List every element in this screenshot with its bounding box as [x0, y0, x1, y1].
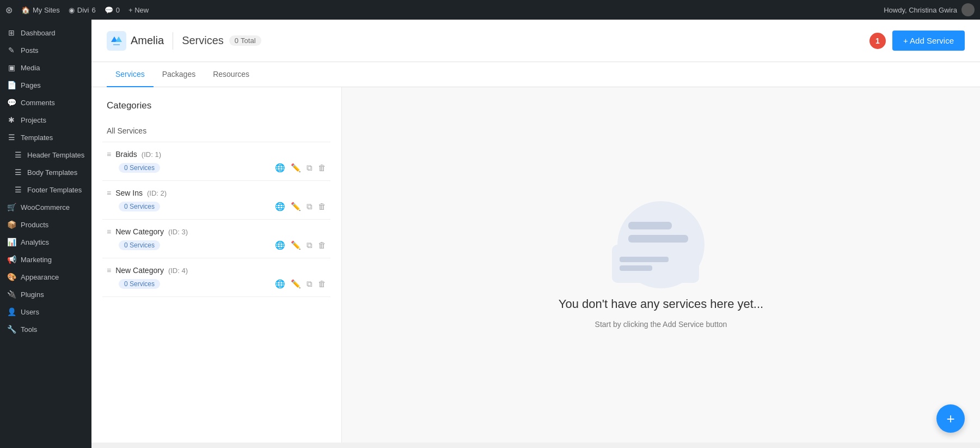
drag-handle-icon[interactable]: ≡	[107, 227, 111, 236]
empty-card	[612, 245, 699, 283]
category-name: New Category	[115, 227, 164, 236]
delete-icon[interactable]: 🗑	[318, 163, 326, 173]
category-header: ≡ Braids (ID: 1)	[107, 150, 326, 159]
amelia-logo: Amelia	[107, 31, 164, 51]
fab-button[interactable]: +	[936, 404, 965, 433]
category-name: Braids	[115, 150, 137, 159]
tools-icon: 🔧	[7, 325, 16, 334]
globe-icon[interactable]: 🌐	[275, 279, 285, 289]
category-footer: 0 Services 🌐 ✏️ ⧉ 🗑	[107, 163, 326, 173]
total-badge: 0 Total	[229, 35, 261, 46]
marketing-icon: 📢	[7, 255, 16, 264]
admin-bar-comments[interactable]: 💬 0	[105, 6, 120, 14]
empty-card-line	[620, 257, 669, 262]
divi-icon: ◉	[69, 6, 75, 14]
admin-bar-divi[interactable]: ◉ Divi 6	[69, 6, 96, 14]
media-icon: ▣	[7, 63, 16, 72]
services-count-badge: 0 Services	[119, 163, 160, 173]
admin-bar-right: Howdy, Christina Gwira	[884, 3, 975, 16]
header-templates-icon: ☰	[13, 150, 23, 159]
sidebar-item-projects[interactable]: ✱ Projects	[0, 111, 91, 129]
comments-icon: 💬	[7, 98, 16, 107]
copy-icon[interactable]: ⧉	[307, 163, 313, 173]
drag-handle-icon[interactable]: ≡	[107, 150, 111, 159]
copy-icon[interactable]: ⧉	[307, 240, 313, 250]
sidebar-item-users[interactable]: 👤 Users	[0, 303, 91, 320]
edit-icon[interactable]: ✏️	[291, 163, 301, 173]
tab-packages[interactable]: Packages	[154, 62, 204, 87]
tab-resources[interactable]: Resources	[204, 62, 258, 87]
sidebar-item-plugins[interactable]: 🔌 Plugins	[0, 286, 91, 303]
category-id: (ID: 1)	[142, 150, 161, 159]
sidebar-item-comments[interactable]: 💬 Comments	[0, 94, 91, 111]
copy-icon[interactable]: ⧉	[307, 202, 313, 211]
category-item: ≡ New Category (ID: 3) 0 Services 🌐 ✏️ ⧉…	[102, 220, 330, 258]
sidebar-item-woocommerce[interactable]: 🛒 WooCommerce	[0, 198, 91, 216]
sidebar-item-appearance[interactable]: 🎨 Appearance	[0, 268, 91, 286]
edit-icon[interactable]: ✏️	[291, 202, 301, 211]
category-footer: 0 Services 🌐 ✏️ ⧉ 🗑	[107, 202, 326, 211]
page-header-left: Amelia Services 0 Total	[107, 31, 261, 51]
globe-icon[interactable]: 🌐	[275, 163, 285, 173]
sidebar-item-footer-templates[interactable]: ☰ Footer Templates	[0, 181, 91, 198]
content-area: Amelia Services 0 Total 1 + Add Service	[91, 20, 980, 448]
categories-panel: Categories All Services ≡ Braids (ID: 1)…	[91, 87, 342, 443]
amelia-logo-text: Amelia	[131, 34, 164, 47]
admin-bar-new[interactable]: + New	[128, 6, 149, 14]
services-layout: Categories All Services ≡ Braids (ID: 1)…	[91, 87, 980, 443]
category-id: (ID: 4)	[168, 267, 188, 275]
sidebar-item-analytics[interactable]: 📊 Analytics	[0, 233, 91, 251]
sidebar-item-products[interactable]: 📦 Products	[0, 216, 91, 233]
sidebar: ⊞ Dashboard ✎ Posts ▣ Media 📄 Pages 💬 Co…	[0, 20, 91, 448]
sidebar-item-marketing[interactable]: 📢 Marketing	[0, 251, 91, 268]
tab-services[interactable]: Services	[107, 62, 154, 87]
page-header-right: 1 + Add Service	[869, 31, 965, 51]
woocommerce-icon: 🛒	[7, 203, 16, 211]
sidebar-item-dashboard[interactable]: ⊞ Dashboard	[0, 24, 91, 41]
empty-line	[628, 222, 672, 229]
edit-icon[interactable]: ✏️	[291, 279, 301, 289]
sidebar-item-media[interactable]: ▣ Media	[0, 59, 91, 76]
services-count-badge: 0 Services	[119, 279, 160, 289]
sidebar-item-header-templates[interactable]: ☰ Header Templates	[0, 146, 91, 164]
wordpress-icon[interactable]: ⊛	[5, 5, 13, 15]
sidebar-item-templates[interactable]: ☰ Templates	[0, 129, 91, 146]
category-actions: 🌐 ✏️ ⧉ 🗑	[275, 279, 326, 289]
category-name: Sew Ins	[115, 189, 143, 197]
add-service-button[interactable]: + Add Service	[892, 31, 965, 51]
delete-icon[interactable]: 🗑	[318, 240, 326, 250]
amelia-logo-icon	[107, 31, 126, 51]
sidebar-item-posts[interactable]: ✎ Posts	[0, 41, 91, 59]
comment-icon: 💬	[105, 6, 113, 14]
all-services-row[interactable]: All Services	[102, 120, 330, 142]
drag-handle-icon[interactable]: ≡	[107, 189, 111, 197]
category-item: ≡ Sew Ins (ID: 2) 0 Services 🌐 ✏️ ⧉ 🗑	[102, 181, 330, 220]
user-avatar[interactable]	[961, 3, 975, 16]
copy-icon[interactable]: ⧉	[307, 279, 313, 289]
sidebar-item-body-templates[interactable]: ☰ Body Templates	[0, 164, 91, 181]
posts-icon: ✎	[7, 46, 16, 55]
analytics-icon: 📊	[7, 238, 16, 246]
category-id: (ID: 3)	[168, 228, 188, 236]
delete-icon[interactable]: 🗑	[318, 202, 326, 211]
plugins-icon: 🔌	[7, 290, 16, 299]
globe-icon[interactable]: 🌐	[275, 240, 285, 250]
category-actions: 🌐 ✏️ ⧉ 🗑	[275, 202, 326, 211]
delete-icon[interactable]: 🗑	[318, 279, 326, 289]
empty-state-title: You don't have any services here yet...	[559, 297, 763, 311]
admin-bar-mysites[interactable]: 🏠 My Sites	[21, 6, 60, 14]
sidebar-item-tools[interactable]: 🔧 Tools	[0, 320, 91, 338]
empty-line	[628, 235, 688, 243]
globe-icon[interactable]: 🌐	[275, 202, 285, 211]
tabs-bar: Services Packages Resources	[91, 62, 980, 87]
edit-icon[interactable]: ✏️	[291, 240, 301, 250]
sidebar-item-pages[interactable]: 📄 Pages	[0, 76, 91, 94]
category-item: ≡ New Category (ID: 4) 0 Services 🌐 ✏️ ⧉…	[102, 258, 330, 297]
services-count-badge: 0 Services	[119, 202, 160, 211]
category-header: ≡ New Category (ID: 3)	[107, 227, 326, 236]
pages-icon: 📄	[7, 81, 16, 89]
dashboard-icon: ⊞	[7, 28, 16, 37]
header-divider	[173, 32, 173, 50]
drag-handle-icon[interactable]: ≡	[107, 266, 111, 275]
category-footer: 0 Services 🌐 ✏️ ⧉ 🗑	[107, 240, 326, 250]
